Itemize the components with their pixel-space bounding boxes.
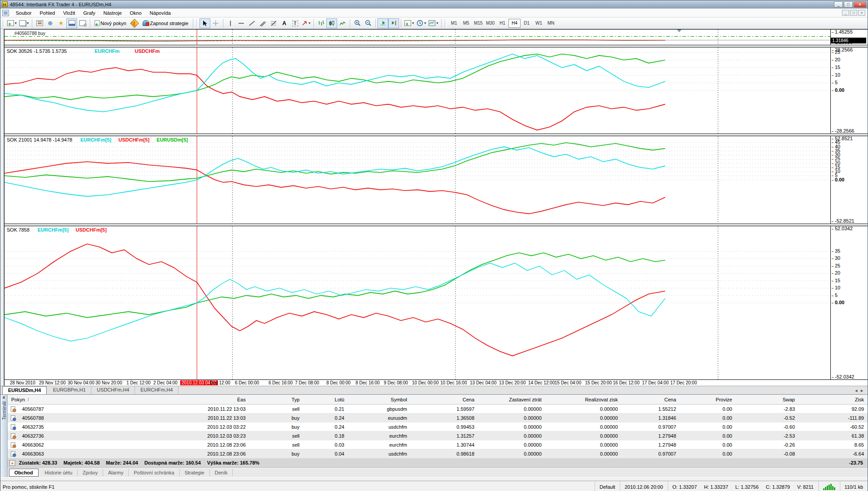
indicator-panel-sok21001[interactable]: SOK 21001 14.9478 -14.9478EURCHFm[5]USDC… — [4, 136, 868, 224]
terminal-tab-strategie[interactable]: Strategie — [180, 469, 210, 476]
indicator-plot[interactable]: SOK 30526 -1.5735 1.5735EURCHFmUSDCHFm — [4, 47, 831, 134]
column-header-pokyn[interactable]: Pokyn/ — [8, 397, 153, 402]
menu-vlo-it[interactable]: Vložit — [59, 9, 79, 17]
chart-tab-eurusdm-h4[interactable]: EURUSDm,H4 — [2, 386, 47, 394]
candlestick-button[interactable] — [326, 18, 337, 28]
timeframe-w1-button[interactable]: W1 — [533, 19, 545, 28]
strategy-tester-button[interactable] — [77, 18, 88, 28]
line-chart-button[interactable] — [337, 18, 348, 28]
fibonacci-button[interactable] — [268, 18, 279, 28]
terminal-button[interactable] — [66, 18, 77, 28]
column-header-lot[interactable]: Lotù — [303, 397, 348, 402]
tabs-scroll-left-icon[interactable]: ◄ — [854, 388, 858, 393]
menu-n-stroje[interactable]: Nástroje — [100, 9, 126, 17]
candlestick-icon — [329, 20, 335, 26]
status-profile[interactable]: Default — [595, 481, 620, 491]
trendline-button[interactable] — [247, 18, 257, 28]
timeframe-m1-button[interactable]: M1 — [448, 19, 460, 28]
chart-tab-usdchfm-h4[interactable]: USDCHFm,H4 — [91, 386, 135, 394]
menu-n-pov-da[interactable]: Nápovìda — [146, 9, 175, 17]
templates-button[interactable]: ▾ — [427, 18, 439, 28]
zoom-in-button[interactable] — [352, 18, 363, 28]
new-chart-button[interactable]: + ▾ — [6, 18, 18, 28]
chart-tab-eurgbpm-h1[interactable]: EURGBPm,H1 — [48, 386, 91, 394]
tabs-scroll-right-icon[interactable]: ► — [860, 388, 864, 393]
minimize-button[interactable]: _ — [834, 1, 843, 8]
menu-grafy[interactable]: Grafy — [79, 9, 100, 17]
arrows-button[interactable]: ▾ — [300, 18, 312, 28]
horizontal-line-button[interactable] — [236, 18, 247, 28]
price-panel[interactable]: #40560788 buy 1.452551.259501.31846 — [4, 30, 868, 45]
terminal-tab-den-k[interactable]: Deník — [210, 469, 233, 476]
order-row[interactable]: 40663063 2010.12.08 23:06 buy 0.04 usdch… — [8, 449, 868, 458]
enable-strategies-button[interactable]: Zapnout strategie — [140, 18, 191, 28]
chart-tab-eurchfm-h4[interactable]: EURCHFm,H4 — [135, 386, 178, 394]
column-header-zastaven-ztr-t[interactable]: Zastavení ztrát — [478, 397, 545, 402]
terminal-tab-obchod[interactable]: Obchod — [9, 469, 39, 477]
column-header-realizovat-zisk[interactable]: Realizovat zisk — [545, 397, 621, 402]
order-open-price: 1.59597 — [411, 406, 478, 412]
terminal-close-icon[interactable]: × — [3, 395, 5, 401]
periods-button[interactable]: ▾ — [415, 18, 427, 28]
data-window-button[interactable]: ⊕ — [45, 18, 56, 28]
column-header-symbol[interactable]: Symbol — [348, 397, 411, 402]
order-row[interactable]: 40663062 2010.12.08 23:06 sell 0.03 eurc… — [8, 440, 868, 449]
terminal-tab-historie-tu[interactable]: Historie úètu — [40, 469, 78, 476]
vertical-line-button[interactable] — [225, 18, 236, 28]
menu-okno[interactable]: Okno — [126, 9, 146, 17]
text-label-button[interactable]: T — [290, 18, 300, 28]
indicator-panel-sok30526[interactable]: SOK 30526 -1.5735 1.5735EURCHFmUSDCHFm 2… — [4, 47, 868, 134]
cursor-button[interactable] — [200, 18, 210, 28]
profiles-button[interactable]: ▾ — [18, 18, 30, 28]
channel-button[interactable] — [257, 18, 268, 28]
column-header-provize[interactable]: Provize — [680, 397, 736, 402]
indicator-scale[interactable]: 52.8521-52.8521454035302520151050.00 — [831, 136, 868, 224]
expert-advisors-button[interactable]: ! — [129, 18, 140, 28]
timeframe-mn-button[interactable]: MN — [545, 19, 557, 28]
terminal-tab-po-tovn-schr-nka[interactable]: Poštovní schránka — [129, 469, 180, 476]
column-header-swap[interactable]: Swap — [736, 397, 799, 402]
terminal-tab-zpr-vy[interactable]: Zprávy — [78, 469, 103, 476]
auto-scroll-button[interactable] — [378, 18, 388, 28]
market-watch-button[interactable] — [34, 18, 45, 28]
menu-pohled[interactable]: Pohled — [35, 9, 59, 17]
column-header-zisk[interactable]: Zisk — [799, 397, 868, 402]
chart-shift-button[interactable] — [388, 18, 399, 28]
indicator-plot[interactable]: SOK 7858EURCHFm[5]USDCHFm[5] — [4, 226, 831, 379]
column-header-cena[interactable]: Cena — [621, 397, 680, 402]
bar-chart-button[interactable] — [316, 18, 326, 28]
indicator-scale[interactable]: 52.0342-52.034235302520151050.00 — [831, 226, 868, 379]
menu-soubor[interactable]: Soubor — [12, 9, 35, 17]
new-order-button[interactable]: + Nový pokyn — [92, 18, 129, 28]
crosshair-button[interactable] — [210, 18, 221, 28]
timeframe-m30-button[interactable]: M30 — [484, 19, 496, 28]
indicator-plot[interactable]: SOK 21001 14.9478 -14.9478EURCHFm[5]USDC… — [4, 136, 831, 224]
price-scale[interactable]: 1.452551.259501.31846 — [831, 30, 868, 45]
chart-minimize-button[interactable]: _ — [842, 10, 849, 16]
indicator-panel-sok7858[interactable]: SOK 7858EURCHFm[5]USDCHFm[5] 52.0342-52.… — [4, 226, 868, 379]
order-row[interactable]: 40632735 2010.12.03 03:22 buy 0.24 usdch… — [8, 422, 868, 431]
indicators-button[interactable]: + ▾ — [403, 18, 415, 28]
timeframe-m5-button[interactable]: M5 — [460, 19, 472, 28]
chart-restore-button[interactable]: □ — [850, 10, 857, 16]
column-header-typ[interactable]: Typ — [249, 397, 303, 402]
timeframe-h4-button[interactable]: H4 — [508, 19, 521, 28]
order-row[interactable]: 40632736 2010.12.03 03:23 sell 0.18 eurc… — [8, 431, 868, 440]
timeframe-h1-button[interactable]: H1 — [496, 19, 508, 28]
chart-close-button[interactable]: × — [858, 10, 865, 16]
order-row[interactable]: 40560788 2010.11.22 13:03 buy 0.24 eurus… — [8, 413, 868, 422]
text-button[interactable]: A — [279, 18, 290, 28]
column-header-cena[interactable]: Cena — [411, 397, 478, 402]
maximize-button[interactable]: □ — [844, 1, 853, 8]
navigator-button[interactable]: ★ — [56, 18, 66, 28]
order-row[interactable]: 40560787 2010.11.22 13:03 sell 0.21 gbpu… — [8, 405, 868, 413]
timeframe-m15-button[interactable]: M15 — [472, 19, 484, 28]
column-header-as[interactable]: Èas — [153, 397, 249, 402]
indicator-scale[interactable]: 28.2566-28.25662520151050.00 — [831, 47, 868, 134]
terminal-tab-alarmy[interactable]: Alarmy — [103, 469, 129, 476]
chart-shift-marker[interactable] — [677, 30, 681, 34]
price-plot[interactable]: #40560788 buy — [4, 30, 831, 45]
timeframe-d1-button[interactable]: D1 — [521, 19, 533, 28]
close-button[interactable]: × — [854, 1, 866, 8]
zoom-out-button[interactable] — [363, 18, 373, 28]
